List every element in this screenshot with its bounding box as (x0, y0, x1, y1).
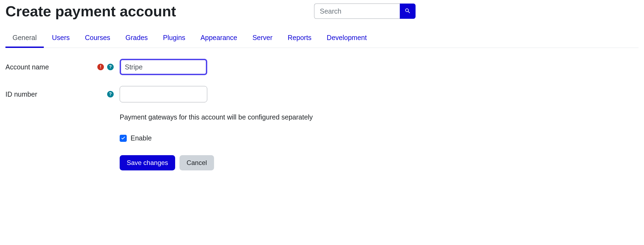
tab-plugins[interactable]: Plugins (163, 28, 185, 48)
tab-server[interactable]: Server (252, 28, 273, 48)
admin-tabs: General Users Courses Grades Plugins App… (5, 28, 639, 48)
id-number-label: ID number (5, 90, 87, 98)
tab-courses[interactable]: Courses (85, 28, 110, 48)
id-number-input[interactable] (120, 86, 207, 102)
tab-reports[interactable]: Reports (288, 28, 312, 48)
enable-checkbox[interactable] (120, 135, 127, 142)
check-icon (121, 134, 126, 142)
help-icon[interactable]: ? (107, 91, 114, 97)
tab-appearance[interactable]: Appearance (200, 28, 237, 48)
search-button[interactable] (400, 4, 416, 19)
tab-grades[interactable]: Grades (125, 28, 148, 48)
account-name-label: Account name (5, 63, 87, 71)
gateway-info-text: Payment gateways for this account will b… (120, 113, 639, 121)
page-title: Create payment account (5, 3, 176, 20)
save-changes-button[interactable]: Save changes (120, 155, 175, 170)
tab-users[interactable]: Users (52, 28, 70, 48)
search-box (314, 4, 416, 19)
required-icon: ! (97, 64, 104, 70)
search-icon (404, 8, 411, 15)
account-name-input[interactable] (120, 59, 207, 75)
cancel-button[interactable]: Cancel (179, 155, 214, 170)
enable-label: Enable (131, 134, 152, 142)
search-input[interactable] (314, 4, 400, 19)
help-icon[interactable]: ? (107, 64, 114, 70)
tab-development[interactable]: Development (327, 28, 367, 48)
tab-general[interactable]: General (13, 28, 37, 48)
